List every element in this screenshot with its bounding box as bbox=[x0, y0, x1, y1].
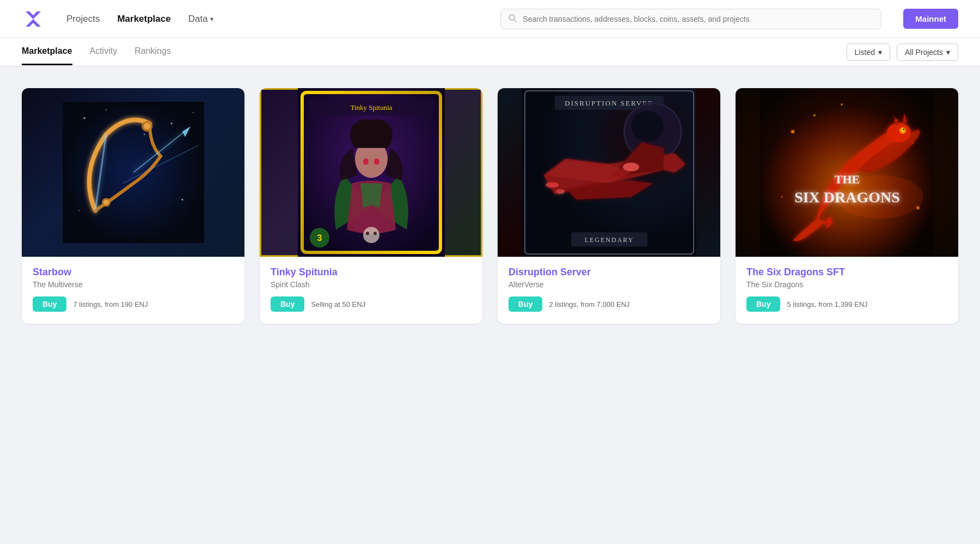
mainnet-button[interactable]: Mainnet bbox=[903, 9, 958, 29]
card-image-starbow[interactable] bbox=[22, 88, 244, 257]
svg-point-23 bbox=[374, 158, 379, 165]
main-content: Starbow The Multiverse Buy 7 listings, f… bbox=[0, 66, 980, 544]
card-footer-disruption: Buy 2 listings, from 7,000 ENJ bbox=[509, 296, 709, 312]
nav-marketplace[interactable]: Marketplace bbox=[117, 14, 170, 24]
svg-line-1 bbox=[514, 20, 516, 22]
filter-listed[interactable]: Listed ▾ bbox=[847, 44, 890, 61]
svg-point-49 bbox=[841, 103, 843, 106]
card-sixdragons: THE SIX DRAGONS The Six Dragons SFT The … bbox=[736, 88, 958, 324]
cards-grid: Starbow The Multiverse Buy 7 listings, f… bbox=[22, 88, 958, 324]
buy-button-starbow[interactable]: Buy bbox=[33, 296, 66, 312]
card-body-disruption: Disruption Server AlterVerse Buy 2 listi… bbox=[498, 257, 720, 324]
filter-controls: Listed ▾ All Projects ▾ bbox=[847, 44, 958, 61]
card-title-tinky: Tinky Spitunia bbox=[271, 267, 471, 278]
svg-point-5 bbox=[170, 123, 172, 125]
card-title-starbow: Starbow bbox=[33, 267, 234, 278]
nav-data[interactable]: Data ▾ bbox=[188, 14, 213, 24]
svg-point-4 bbox=[106, 109, 107, 110]
nav-projects[interactable]: Projects bbox=[66, 14, 100, 24]
search-bar-wrapper bbox=[500, 9, 881, 29]
svg-point-36 bbox=[623, 163, 639, 171]
search-icon bbox=[508, 14, 517, 24]
card-footer-tinky: Buy Selling at 50 ENJ bbox=[271, 296, 471, 312]
svg-point-24 bbox=[363, 227, 379, 243]
card-project-starbow: The Multiverse bbox=[33, 280, 234, 289]
card-listing-tinky: Selling at 50 ENJ bbox=[311, 300, 365, 308]
card-footer-sixdragons: Buy 5 listings, from 1,399 ENJ bbox=[746, 296, 947, 312]
svg-point-47 bbox=[781, 196, 783, 198]
svg-point-53 bbox=[903, 129, 904, 131]
svg-text:3: 3 bbox=[317, 233, 322, 243]
card-image-disruption[interactable]: DISRUPTION SERVER bbox=[498, 88, 720, 257]
sub-navigation: Marketplace Activity Rankings Listed ▾ A… bbox=[0, 38, 980, 66]
filter-all-projects[interactable]: All Projects ▾ bbox=[897, 44, 958, 61]
svg-point-8 bbox=[78, 210, 79, 211]
card-tinky: Tinky Spitunia bbox=[260, 88, 482, 324]
sub-nav-tabs: Marketplace Activity Rankings bbox=[22, 39, 847, 65]
svg-point-26 bbox=[373, 232, 377, 235]
card-image-tinky[interactable]: Tinky Spitunia bbox=[260, 88, 482, 257]
buy-button-disruption[interactable]: Buy bbox=[509, 296, 542, 312]
tab-activity[interactable]: Activity bbox=[90, 39, 118, 65]
svg-point-44 bbox=[813, 114, 816, 116]
card-listing-disruption: 2 listings, from 7,000 ENJ bbox=[549, 300, 629, 308]
svg-text:Tinky Spitunia: Tinky Spitunia bbox=[350, 103, 392, 112]
svg-point-38 bbox=[556, 189, 565, 194]
svg-point-50 bbox=[887, 123, 911, 143]
svg-text:THE: THE bbox=[834, 172, 859, 186]
buy-button-tinky[interactable]: Buy bbox=[271, 296, 304, 312]
card-image-sixdragons[interactable]: THE SIX DRAGONS bbox=[736, 88, 958, 257]
svg-point-25 bbox=[366, 232, 369, 235]
card-listing-sixdragons: 5 listings, from 1,399 ENJ bbox=[787, 300, 867, 308]
svg-point-22 bbox=[363, 158, 369, 165]
logo[interactable] bbox=[22, 8, 45, 30]
svg-point-15 bbox=[144, 123, 150, 129]
svg-point-3 bbox=[83, 118, 85, 119]
tab-rankings[interactable]: Rankings bbox=[134, 39, 171, 65]
card-title-disruption: Disruption Server bbox=[509, 267, 709, 278]
card-project-tinky: Spirit Clash bbox=[271, 280, 471, 289]
chevron-down-icon: ▾ bbox=[878, 48, 882, 57]
card-body-sixdragons: The Six Dragons SFT The Six Dragons Buy … bbox=[736, 257, 958, 324]
chevron-down-icon: ▾ bbox=[210, 15, 213, 23]
svg-point-9 bbox=[181, 199, 183, 201]
svg-point-6 bbox=[193, 112, 194, 113]
card-project-sixdragons: The Six Dragons bbox=[746, 280, 947, 289]
svg-point-43 bbox=[791, 130, 794, 133]
svg-point-7 bbox=[143, 134, 144, 135]
card-footer-starbow: Buy 7 listings, from 190 ENJ bbox=[33, 296, 234, 312]
svg-point-35 bbox=[631, 111, 664, 141]
card-body-tinky: Tinky Spitunia Spirit Clash Buy Selling … bbox=[260, 257, 482, 324]
card-listing-starbow: 7 listings, from 190 ENJ bbox=[73, 300, 148, 308]
search-input[interactable] bbox=[500, 9, 881, 29]
card-project-disruption: AlterVerse bbox=[509, 280, 709, 289]
top-navigation: Projects Marketplace Data ▾ Mainnet bbox=[0, 0, 980, 38]
card-title-sixdragons: The Six Dragons SFT bbox=[746, 267, 947, 278]
svg-point-37 bbox=[546, 182, 559, 188]
buy-button-sixdragons[interactable]: Buy bbox=[746, 296, 780, 312]
card-body-starbow: Starbow The Multiverse Buy 7 listings, f… bbox=[22, 257, 244, 324]
svg-text:SIX DRAGONS: SIX DRAGONS bbox=[794, 189, 900, 206]
card-starbow: Starbow The Multiverse Buy 7 listings, f… bbox=[22, 88, 244, 324]
svg-text:LEGENDARY: LEGENDARY bbox=[584, 236, 634, 244]
nav-links: Projects Marketplace Data ▾ bbox=[66, 14, 479, 24]
svg-point-13 bbox=[103, 200, 109, 205]
chevron-down-icon: ▾ bbox=[946, 48, 950, 57]
tab-marketplace[interactable]: Marketplace bbox=[22, 39, 72, 65]
card-disruption: DISRUPTION SERVER bbox=[498, 88, 720, 324]
